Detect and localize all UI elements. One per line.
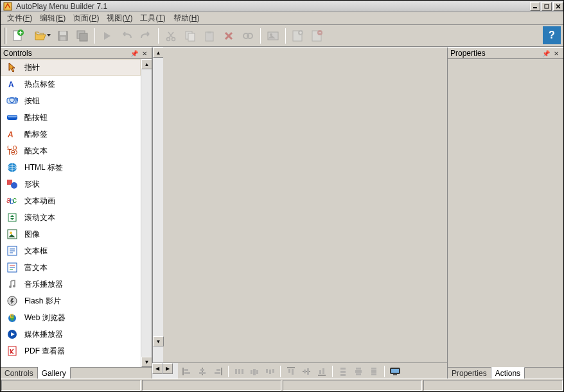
scroll-right-button[interactable]: ▶ xyxy=(163,363,173,374)
menu-file[interactable]: 文件(F) xyxy=(3,12,36,25)
control-item-pointer[interactable]: 指针 xyxy=(1,59,141,76)
svg-rect-84 xyxy=(256,370,258,374)
play-button[interactable] xyxy=(98,27,116,45)
paste-button[interactable] xyxy=(200,27,218,45)
control-item-button[interactable]: OK按钮 xyxy=(1,92,141,109)
canvas[interactable] xyxy=(163,47,447,362)
menu-tools[interactable]: 工具(T) xyxy=(136,12,169,25)
menubar: 文件(F) 编辑(E) 页面(P) 视图(V) 工具(T) 帮助(H) xyxy=(1,12,563,25)
control-item-hotspot[interactable]: A热点标签 xyxy=(1,76,141,92)
delete-button[interactable] xyxy=(220,27,238,45)
menu-view[interactable]: 视图(V) xyxy=(103,12,136,25)
close-icon[interactable]: ✕ xyxy=(140,49,149,58)
align-bottom-button[interactable] xyxy=(315,365,329,378)
align-right-button[interactable] xyxy=(211,365,225,378)
control-item-pdf[interactable]: PDF 查看器 xyxy=(1,343,141,359)
control-item-flash[interactable]: Flash 影片 xyxy=(1,293,141,309)
control-item-textanim[interactable]: abc文本动画 xyxy=(1,192,141,209)
controls-scrollbar[interactable]: ▲ ▼ xyxy=(141,59,152,367)
svg-rect-78 xyxy=(215,372,220,374)
svg-rect-79 xyxy=(235,369,237,374)
test-button[interactable] xyxy=(388,365,402,378)
control-item-image[interactable]: 图像 xyxy=(1,226,141,243)
svg-rect-11 xyxy=(60,37,66,40)
distribute-center-button[interactable] xyxy=(247,365,261,378)
svg-text:A: A xyxy=(8,80,14,89)
toolbar-separator xyxy=(384,366,385,377)
new-button[interactable] xyxy=(9,27,27,45)
controls-panel-title: Controls xyxy=(3,49,128,58)
distribute-bottom-button[interactable] xyxy=(367,365,381,378)
repeat-button[interactable] xyxy=(239,27,257,45)
svg-text:OK: OK xyxy=(9,96,18,105)
control-label: Web 浏览器 xyxy=(24,312,66,323)
undo-button[interactable] xyxy=(118,27,136,45)
music-icon xyxy=(6,278,18,290)
pin-icon[interactable]: 📌 xyxy=(542,49,551,58)
toolbar-separator xyxy=(260,28,261,44)
close-button[interactable] xyxy=(553,2,563,11)
svg-rect-93 xyxy=(307,368,309,375)
distribute-right-button[interactable] xyxy=(263,365,277,378)
control-label: HTML 标签 xyxy=(24,162,63,173)
scroll-left-button[interactable]: ◀ xyxy=(152,363,163,374)
canvas-hscroll[interactable]: ◀ ▶ xyxy=(152,363,178,379)
distribute-top-button[interactable] xyxy=(336,365,350,378)
menu-edit[interactable]: 编辑(E) xyxy=(36,12,69,25)
save-button[interactable] xyxy=(54,27,72,45)
control-item-cooltext[interactable]: CoolText酷文本 xyxy=(1,142,141,159)
svg-rect-105 xyxy=(371,373,376,375)
canvas-vscroll[interactable]: ▲ ▼ xyxy=(152,47,163,362)
menu-page[interactable]: 页面(P) xyxy=(69,12,103,25)
scroll-up-button[interactable]: ▲ xyxy=(141,59,152,69)
image-tool-button[interactable] xyxy=(264,27,282,45)
help-button[interactable]: ? xyxy=(543,26,561,44)
cut-button[interactable] xyxy=(162,27,180,45)
distribute-left-button[interactable] xyxy=(232,365,246,378)
control-item-textbox[interactable]: 文本框 xyxy=(1,243,141,259)
properties-body xyxy=(448,59,563,367)
tab-controls[interactable]: Controls xyxy=(1,368,38,379)
align-middle-button[interactable] xyxy=(299,365,313,378)
control-item-shape[interactable]: 形状 xyxy=(1,176,141,192)
tab-properties[interactable]: Properties xyxy=(448,368,491,379)
control-item-coolbutton[interactable]: 酷按钮 xyxy=(1,109,141,126)
control-label: 指针 xyxy=(24,62,40,73)
align-center-h-button[interactable] xyxy=(195,365,209,378)
toolbar-separator xyxy=(285,28,286,44)
control-item-scrolltext[interactable]: 滚动文本 xyxy=(1,209,141,226)
maximize-button[interactable] xyxy=(542,2,552,11)
button-icon: OK xyxy=(6,95,18,107)
control-item-richtext[interactable]: 富文本 xyxy=(1,259,141,276)
svg-text:Text: Text xyxy=(7,148,17,156)
control-item-coollabel[interactable]: A酷标签 xyxy=(1,126,141,142)
control-item-htmllabel[interactable]: HTML 标签 xyxy=(1,159,141,176)
open-button[interactable] xyxy=(28,27,53,45)
control-item-music[interactable]: 音乐播放器 xyxy=(1,276,141,293)
browser-icon: e xyxy=(6,312,18,323)
minimize-button[interactable] xyxy=(530,2,540,11)
tab-actions[interactable]: Actions xyxy=(491,367,525,379)
scroll-up-button[interactable]: ▲ xyxy=(153,47,164,58)
control-item-browser[interactable]: eWeb 浏览器 xyxy=(1,309,141,326)
close-icon[interactable]: ✕ xyxy=(552,49,561,58)
svg-rect-104 xyxy=(371,370,376,373)
align-left-button[interactable] xyxy=(180,365,194,378)
scroll-down-button[interactable]: ▼ xyxy=(153,336,164,346)
pin-icon[interactable]: 📌 xyxy=(130,49,139,58)
add-page-button[interactable] xyxy=(289,27,307,45)
distribute-middle-button[interactable] xyxy=(351,365,366,378)
menu-help[interactable]: 帮助(H) xyxy=(170,12,204,25)
properties-panel-header: Properties 📌 ✕ xyxy=(448,47,563,59)
copy-button[interactable] xyxy=(181,27,199,45)
tab-gallery[interactable]: Gallery xyxy=(38,367,71,379)
svg-rect-99 xyxy=(340,374,346,376)
align-top-button[interactable] xyxy=(284,365,298,378)
control-item-media[interactable]: 媒体播放器 xyxy=(1,326,141,343)
svg-text:c: c xyxy=(13,196,17,205)
scroll-down-button[interactable]: ▼ xyxy=(141,357,152,367)
svg-rect-19 xyxy=(188,33,195,41)
remove-page-button[interactable] xyxy=(308,27,326,45)
redo-button[interactable] xyxy=(137,27,155,45)
save-as-button[interactable] xyxy=(73,27,91,45)
